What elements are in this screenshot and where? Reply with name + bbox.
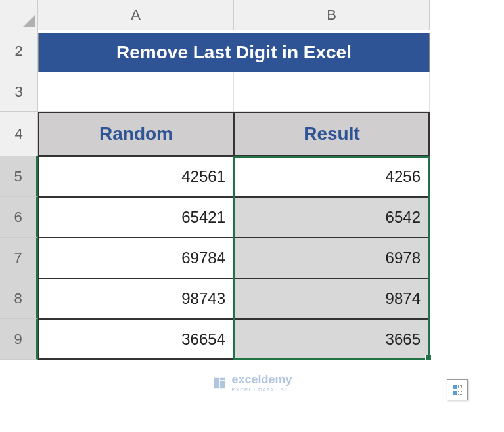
cell-c3[interactable] — [234, 72, 430, 112]
row-header-7[interactable]: 7 — [0, 238, 38, 278]
watermark-icon — [212, 376, 226, 390]
cell-random-0[interactable]: 42561 — [38, 156, 234, 197]
spreadsheet-grid: A B C 2 Remove Last Digit in Excel 3 4 R… — [0, 0, 504, 360]
page-title: Remove Last Digit in Excel — [38, 33, 430, 72]
col-header-a[interactable]: A — [38, 0, 234, 30]
cell-random-3[interactable]: 98743 — [38, 278, 234, 319]
cell-result-0[interactable]: 4256 — [234, 156, 430, 197]
row-header-9[interactable]: 9 — [0, 319, 38, 360]
cell-result-2[interactable]: 6978 — [234, 238, 430, 278]
cell-result-3[interactable]: 9874 — [234, 278, 430, 319]
cell-random-4[interactable]: 36654 — [38, 319, 234, 360]
cell-result-4[interactable]: 3665 — [234, 319, 430, 360]
watermark-sub: EXCEL · DATA · BI — [231, 387, 292, 393]
row-header-4[interactable]: 4 — [0, 112, 38, 156]
cell-b3[interactable] — [38, 72, 234, 112]
row-header-3[interactable]: 3 — [0, 72, 38, 112]
table-header-random[interactable]: Random — [38, 112, 234, 156]
row-header-6[interactable]: 6 — [0, 197, 38, 238]
select-all-corner[interactable] — [0, 0, 38, 30]
cell-result-1[interactable]: 6542 — [234, 197, 430, 238]
row-header-5[interactable]: 5 — [0, 156, 38, 197]
table-header-result[interactable]: Result — [234, 112, 430, 156]
col-header-b[interactable]: B — [234, 0, 430, 30]
autofill-options-button[interactable] — [447, 379, 468, 400]
row-header-2[interactable]: 2 — [0, 30, 38, 72]
cell-random-1[interactable]: 65421 — [38, 197, 234, 238]
cell-random-2[interactable]: 69784 — [38, 238, 234, 278]
watermark-main: exceldemy — [231, 373, 292, 387]
row-header-8[interactable]: 8 — [0, 278, 38, 319]
watermark: exceldemy EXCEL · DATA · BI — [212, 373, 292, 393]
